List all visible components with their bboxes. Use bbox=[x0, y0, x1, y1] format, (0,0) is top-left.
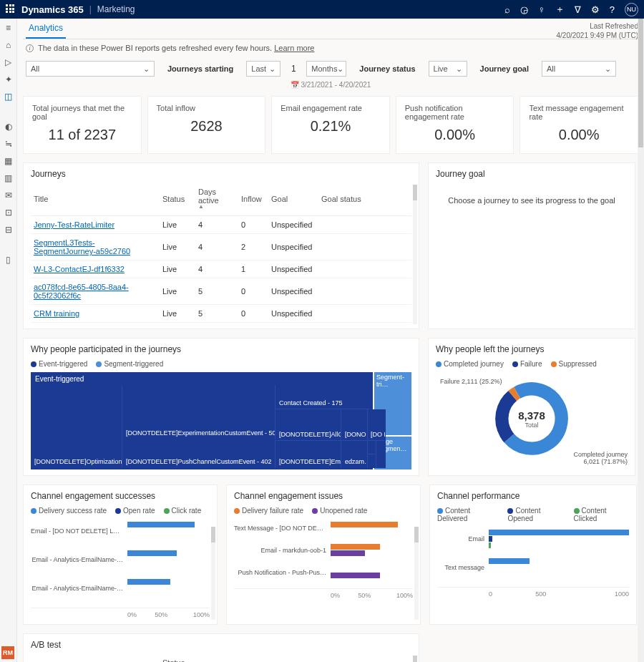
scrollbar[interactable] bbox=[413, 185, 417, 324]
channel-performance-card: Channel performance Content Delivered Co… bbox=[429, 485, 637, 625]
nav-icon-6[interactable]: ⊟ bbox=[4, 225, 14, 235]
filter-all[interactable]: All⌄ bbox=[26, 61, 155, 77]
card-title: Why people participated in the journeys bbox=[31, 344, 411, 354]
legend: Delivery success rate Open rate Click ra… bbox=[31, 507, 210, 515]
nav-icon-2[interactable]: ≒ bbox=[4, 139, 14, 149]
table-row[interactable]: W-L3-ContactEJ-df1f6332Live41Unspecified bbox=[31, 261, 411, 278]
journey-link[interactable]: CRM training bbox=[34, 309, 79, 318]
col-goalstatus[interactable]: Goal status bbox=[318, 185, 411, 216]
col-reason[interactable]: Reason bbox=[253, 656, 411, 662]
bar-row: Email - Analytics-EmailName-… bbox=[31, 579, 210, 598]
filter-goal[interactable]: All⌄ bbox=[542, 61, 616, 77]
scrollbar[interactable] bbox=[413, 656, 417, 662]
tab-analytics[interactable]: Analytics bbox=[26, 19, 66, 39]
page-scrollbar[interactable] bbox=[638, 19, 644, 662]
add-icon[interactable]: ＋ bbox=[555, 3, 565, 16]
nav-icon-3[interactable]: ▦ bbox=[4, 156, 14, 166]
card-title: A/B test bbox=[31, 640, 411, 650]
bar-row: Text Message - [DO NOT DEL… bbox=[234, 522, 413, 534]
bar-row: Text message bbox=[437, 558, 629, 577]
scrollbar[interactable] bbox=[414, 527, 419, 620]
chevron-down-icon: ⌄ bbox=[456, 64, 462, 74]
chevron-down-icon: ⌄ bbox=[337, 64, 343, 74]
journeys-card: Journeys Title Status Days active▲ Inflo… bbox=[23, 162, 419, 329]
task-icon[interactable]: ◶ bbox=[520, 4, 528, 15]
table-row[interactable]: SegmentL3Tests-SegmentJourney-a59c2760Li… bbox=[31, 234, 411, 261]
participated-card: Why people participated in the journeys … bbox=[23, 338, 419, 476]
filter-bar: All⌄ Journeys starting Last⌄ 1 Months⌄ J… bbox=[23, 58, 638, 77]
product-name: Dynamics 365 bbox=[21, 4, 84, 15]
card-title: Channel engagement issues bbox=[234, 491, 413, 501]
scrollbar[interactable] bbox=[211, 527, 215, 620]
col-status[interactable]: Status bbox=[160, 185, 195, 216]
col-days[interactable]: Days active▲ bbox=[195, 185, 238, 216]
treemap[interactable]: Event-triggered [DONOTDELETE]Optimizatio… bbox=[31, 372, 411, 469]
mail-icon[interactable]: ✉ bbox=[4, 190, 14, 200]
filter-status[interactable]: Live⌄ bbox=[429, 61, 467, 77]
card-title: Why people left the journeys bbox=[436, 344, 628, 354]
journey-link[interactable]: ac078fcd-8e65-4805-8aa4-0c5f23062f6c bbox=[34, 283, 129, 300]
gear-icon[interactable]: ⚙ bbox=[591, 4, 600, 15]
rm-badge[interactable]: RM bbox=[1, 646, 14, 659]
menu-icon[interactable]: ≡ bbox=[4, 23, 14, 33]
card-title: Journeys bbox=[31, 169, 411, 179]
bar-row: Email - [DO NOT DELETE] L3 … bbox=[31, 522, 210, 540]
nav-icon-5[interactable]: ⊡ bbox=[4, 208, 14, 218]
legend: Event-triggered Segment-triggered bbox=[31, 360, 411, 368]
card-title: Journey goal bbox=[436, 169, 628, 179]
journey-link[interactable]: SegmentL3Tests-SegmentJourney-a59c2760 bbox=[34, 238, 130, 255]
filter-icon[interactable]: ∇ bbox=[575, 4, 581, 15]
search-icon[interactable]: ⌕ bbox=[504, 4, 510, 15]
home-icon[interactable]: ⌂ bbox=[4, 40, 14, 50]
kpi-card: Total journeys that met the goal11 of 22… bbox=[23, 96, 142, 154]
bar-row: Email bbox=[437, 530, 629, 548]
kpi-row: Total journeys that met the goal11 of 22… bbox=[23, 96, 638, 154]
user-avatar[interactable]: NU bbox=[625, 3, 638, 16]
journey-link[interactable]: Jenny-Test-RateLimiter bbox=[34, 220, 114, 229]
journeys-starting-label: Journeys starting bbox=[167, 64, 233, 73]
chevron-down-icon: ⌄ bbox=[269, 64, 275, 74]
journeys-icon[interactable]: ✦ bbox=[4, 74, 14, 84]
table-row[interactable]: ac078fcd-8e65-4805-8aa4-0c5f23062f6cLive… bbox=[31, 278, 411, 305]
info-icon: i bbox=[26, 44, 34, 52]
col-status[interactable]: Status▲ bbox=[160, 656, 253, 662]
bar-row: Email - markdun-oob-1 bbox=[234, 544, 413, 556]
kpi-card: Push notification engagement rate0.00% bbox=[396, 96, 514, 154]
chevron-down-icon: ⌄ bbox=[143, 64, 150, 74]
app-launcher-icon[interactable] bbox=[6, 4, 16, 14]
col-goal[interactable]: Goal bbox=[268, 185, 318, 216]
tabs: Analytics bbox=[23, 19, 638, 39]
legend: Delivery failure rate Unopened rate bbox=[234, 507, 413, 515]
journey-link[interactable]: W-L3-ContactEJ-df1f6332 bbox=[34, 265, 125, 273]
help-icon[interactable]: ? bbox=[610, 4, 615, 15]
legend: Completed journey Failure Suppressed bbox=[436, 360, 628, 368]
col-title[interactable]: Title bbox=[31, 185, 160, 216]
table-row[interactable]: Jenny-Test-RateLimiterLive40Unspecified bbox=[31, 216, 411, 234]
nav-icon-7[interactable]: ▯ bbox=[4, 255, 14, 265]
nav-icon-1[interactable]: ◐ bbox=[4, 122, 14, 132]
kpi-card: Text message engagement rate0.00% bbox=[519, 96, 638, 154]
channel-successes-card: Channel engagement successes Delivery su… bbox=[23, 485, 218, 625]
filter-number[interactable]: 1 bbox=[283, 64, 303, 74]
col-title[interactable]: Title bbox=[31, 656, 160, 662]
legend: Content Delivered Content Opened Content… bbox=[437, 507, 629, 522]
donut-chart[interactable]: 8,378Total bbox=[492, 379, 571, 458]
bar-row: Email - Analytics-EmailName-… bbox=[31, 550, 210, 569]
journey-goal-card: Journey goal Choose a journey to see its… bbox=[428, 162, 635, 329]
filter-last[interactable]: Last⌄ bbox=[246, 61, 280, 77]
abtest-card: A/B test Title Status▲ Reason A/B test 1… bbox=[23, 633, 419, 662]
card-title: Channel engagement successes bbox=[31, 491, 210, 501]
idea-icon[interactable]: ♀ bbox=[538, 4, 545, 15]
filter-months[interactable]: Months⌄ bbox=[306, 61, 346, 77]
learn-more-link[interactable]: Learn more bbox=[274, 44, 314, 52]
play-icon[interactable]: ▷ bbox=[4, 57, 14, 67]
channel-issues-card: Channel engagement issues Delivery failu… bbox=[226, 485, 421, 625]
last-refreshed: Last Refreshed 4/20/2021 9:49 PM (UTC) bbox=[557, 21, 639, 40]
abtest-table: Title Status▲ Reason A/B test 1RunningIn… bbox=[31, 656, 411, 662]
table-row[interactable]: CRM trainingLive50Unspecified bbox=[31, 305, 411, 323]
analytics-icon[interactable]: ◫ bbox=[4, 92, 14, 102]
col-inflow[interactable]: Inflow bbox=[238, 185, 268, 216]
journey-goal-message: Choose a journey to see its progress to … bbox=[436, 185, 628, 216]
module-name[interactable]: Marketing bbox=[97, 4, 135, 14]
nav-icon-4[interactable]: ▥ bbox=[4, 173, 14, 183]
